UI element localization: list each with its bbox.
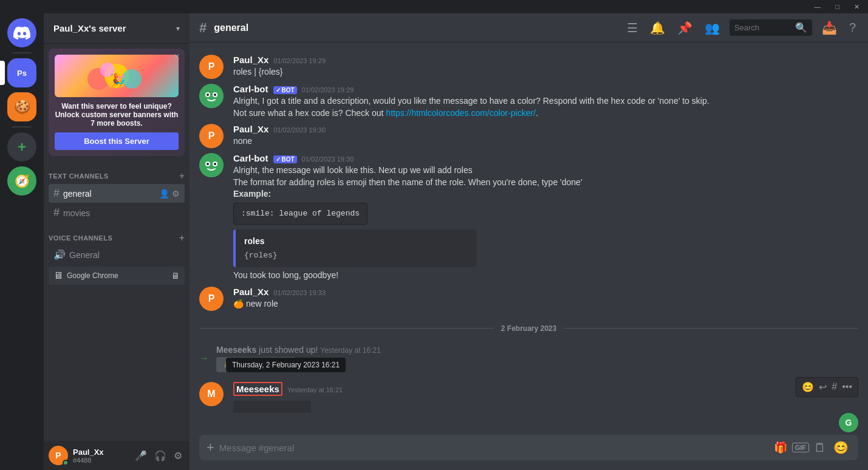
- avatar-carlbot-1: [199, 84, 224, 108]
- emoji-btn[interactable]: 😊: [831, 438, 851, 457]
- message-input[interactable]: [219, 436, 767, 460]
- notifications-btn[interactable]: 🔔: [648, 18, 668, 38]
- message-group-5: P Paul_Xx 01/02/2023 19:33 🍊 new role: [190, 284, 868, 313]
- message-group-1: P Paul_Xx 01/02/2023 19:29 roles | {role…: [190, 52, 868, 81]
- server-icon-bear[interactable]: 🍪: [7, 92, 36, 121]
- message-content-4: Carl-bot ✓ BOT 01/02/2023 19:30 Alright,…: [233, 153, 858, 281]
- chat-input-area: + 🎁 GIF 🗒 😊: [190, 435, 868, 470]
- avatar-paulxx-2: P: [199, 124, 224, 148]
- inbox-btn[interactable]: 📥: [819, 18, 839, 38]
- search-box[interactable]: Search 🔍: [730, 19, 812, 36]
- gif-btn[interactable]: GIF: [792, 443, 809, 452]
- meeseeks-name-system: Meeseeks: [216, 345, 256, 355]
- boost-image: 🎉: [55, 55, 179, 97]
- server-chevron-icon: ▾: [176, 24, 180, 33]
- add-server-btn[interactable]: +: [7, 132, 36, 162]
- channel-general[interactable]: # general 👤 ⚙: [49, 184, 185, 203]
- voice-channel-name: General: [69, 250, 100, 260]
- message-header-5: Paul_Xx 01/02/2023 19:33: [233, 287, 858, 297]
- add-text-channel-btn[interactable]: +: [179, 171, 185, 182]
- explore-servers-btn[interactable]: 🧭: [7, 166, 36, 196]
- thread-btn[interactable]: #: [830, 380, 839, 395]
- add-attachment-btn[interactable]: +: [207, 435, 214, 460]
- main-chat-area: # general ☰ 🔔 📌 👥 Search 🔍 📥 ? P Paul_Xx: [190, 13, 868, 470]
- boost-text: Want this server to feel unique? Unlock …: [55, 102, 179, 128]
- meeseeks-gif: [233, 401, 311, 413]
- author-paulxx-2[interactable]: Paul_Xx: [233, 124, 268, 134]
- svg-point-8: [207, 94, 209, 96]
- voice-channels-label[interactable]: Voice Channels: [49, 234, 112, 242]
- meeseeks-author[interactable]: Meeseeks: [233, 382, 282, 396]
- avatar-paulxx-3: P: [199, 287, 224, 311]
- author-paulxx-1[interactable]: Paul_Xx: [233, 55, 268, 65]
- minimize-btn[interactable]: —: [810, 2, 824, 12]
- user-info: Paul_Xx #4488: [73, 448, 128, 464]
- embed-title: roles: [244, 236, 468, 248]
- message-time-3: 01/02/2023 19:30: [273, 126, 326, 134]
- code-example: :smile: league of legends: [233, 203, 367, 225]
- color-picker-link[interactable]: https://htmlcolorcodes.com/color-picker/: [386, 108, 536, 118]
- message-time-2: 01/02/2023 19:29: [302, 86, 354, 94]
- boost-server-btn[interactable]: Boost this Server: [55, 132, 179, 150]
- message-group-4: Carl-bot ✓ BOT 01/02/2023 19:30 Alright,…: [190, 151, 868, 284]
- maximize-btn[interactable]: □: [832, 2, 843, 12]
- settings-icon[interactable]: ⚙: [172, 189, 180, 199]
- channel-name-general: general: [63, 189, 92, 199]
- user-initials: P: [55, 451, 61, 460]
- system-message-meeseeks: → Meeseeks just showed up! Yesterday at …: [190, 342, 868, 375]
- author-carlbot-2[interactable]: Carl-bot: [233, 153, 268, 163]
- reply-btn[interactable]: ↩: [817, 380, 829, 395]
- channel-movies[interactable]: # movies: [49, 203, 185, 222]
- more-btn[interactable]: •••: [840, 380, 854, 395]
- mute-btn[interactable]: 🎤: [132, 448, 149, 464]
- message-group-2: Carl-bot ✓ BOT 01/02/2023 19:29 Alright,…: [190, 81, 868, 121]
- bot-check-icon: ✓: [276, 87, 281, 94]
- voice-general[interactable]: 🔊 General: [49, 246, 185, 264]
- screen-share-box[interactable]: 🖥 Google Chrome 🖥: [49, 267, 185, 285]
- boost-close-btn[interactable]: ✕: [174, 52, 180, 61]
- add-voice-channel-btn[interactable]: +: [179, 233, 185, 244]
- text-channels-label[interactable]: Text Channels: [49, 172, 109, 180]
- author-carlbot-1[interactable]: Carl-bot: [233, 84, 268, 94]
- sticker-btn[interactable]: 🗒: [812, 438, 829, 457]
- avatar-paulxx-1: P: [199, 55, 224, 79]
- server-name-bar[interactable]: Paul_Xx's server ▾: [44, 13, 190, 44]
- invite-icon[interactable]: 👤: [159, 189, 169, 199]
- server-sidebar: Ps 🍪 + 🧭: [0, 13, 44, 470]
- server-name: Paul_Xx's server: [53, 23, 126, 33]
- server-divider-2: [12, 126, 32, 128]
- deafen-btn[interactable]: 🎧: [152, 448, 169, 464]
- online-avatar-area: G: [190, 413, 868, 435]
- server-icon-paulxx[interactable]: Ps: [7, 58, 36, 87]
- bot-badge-2: ✓ BOT: [273, 155, 297, 163]
- message-actions: 😊 ↩ # •••: [796, 377, 858, 397]
- react-btn[interactable]: 😊: [800, 380, 816, 395]
- author-paulxx-3[interactable]: Paul_Xx: [233, 287, 268, 297]
- discord-home-icon[interactable]: [7, 18, 36, 47]
- user-tag: #4488: [73, 457, 128, 464]
- message-time-5: 01/02/2023 19:33: [273, 289, 326, 296]
- compass-icon: 🧭: [15, 174, 30, 188]
- user-status-indicator: [63, 460, 69, 466]
- screen-share-label: Google Chrome: [67, 271, 118, 280]
- message-text-2: Alright, I got a title and a description…: [233, 95, 858, 119]
- close-btn[interactable]: ✕: [850, 2, 863, 12]
- pin-btn[interactable]: 📌: [675, 18, 695, 38]
- date-divider-label: 2 February 2023: [494, 324, 564, 333]
- message-text-5: 🍊 new role: [233, 298, 858, 310]
- active-indicator: [0, 61, 5, 85]
- threads-btn[interactable]: ☰: [624, 18, 640, 38]
- titlebar: — □ ✕: [0, 0, 868, 13]
- app: Ps 🍪 + 🧭 Paul_Xx's server ▾ ✕: [0, 13, 868, 470]
- input-actions: 🎁 GIF 🗒 😊: [771, 438, 851, 457]
- members-btn[interactable]: 👥: [702, 18, 722, 38]
- message-group-3: P Paul_Xx 01/02/2023 19:30 none: [190, 121, 868, 151]
- message-content-2: Carl-bot ✓ BOT 01/02/2023 19:29 Alright,…: [233, 84, 858, 119]
- system-time: Yesterday at 16:21: [320, 346, 381, 355]
- help-btn[interactable]: ?: [847, 18, 858, 37]
- gift-btn[interactable]: 🎁: [771, 438, 790, 457]
- settings-btn[interactable]: ⚙: [171, 448, 185, 464]
- message-content-3: Paul_Xx 01/02/2023 19:30 none: [233, 124, 858, 148]
- message-text-1: roles | {roles}: [233, 66, 858, 78]
- wave-btn[interactable]: 👋 Wave to say hi!: [216, 357, 296, 372]
